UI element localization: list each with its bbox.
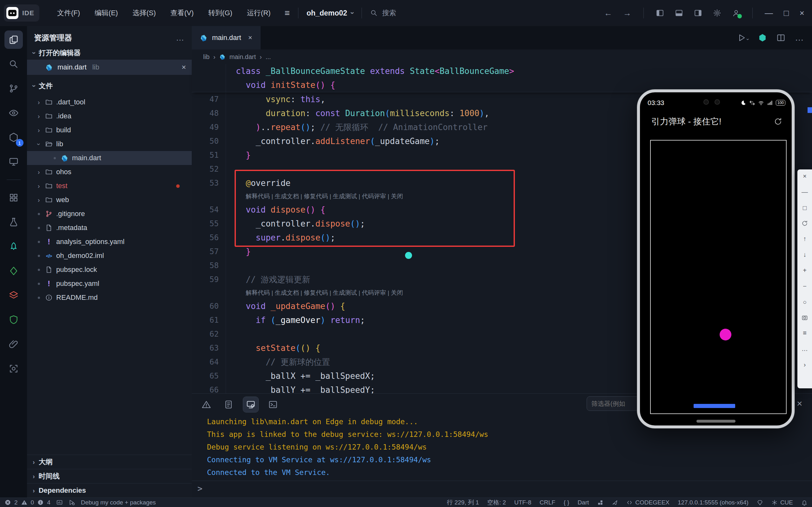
emulator-zoom-out-icon[interactable]: − (803, 283, 807, 290)
emulator-arrow-up-icon[interactable]: ↑ (803, 235, 806, 242)
tree-item-pubspec.yaml[interactable]: !pubspec.yaml (27, 277, 192, 291)
emulator-screenshot-icon[interactable] (802, 315, 808, 321)
chevron-collapsed-icon[interactable]: › (34, 113, 44, 120)
sticky-line-0[interactable]: class _BallBounceGameState extends State… (192, 64, 812, 78)
activity-deploy-rocket-icon[interactable] (4, 237, 23, 256)
activity-device-monitor-icon[interactable] (4, 153, 23, 171)
emulator-minimize-icon[interactable]: — (802, 188, 808, 196)
tree-item-analysis_options.yaml[interactable]: !analysis_options.yaml (27, 235, 192, 249)
sidebar-section-Dependencies[interactable]: ›Dependencies (27, 483, 192, 498)
menu-item-3[interactable]: 查看(V) (170, 8, 194, 18)
panel-terminal-icon[interactable] (265, 397, 281, 412)
debug-config-label[interactable]: Debug my code + packages (81, 499, 156, 506)
chevron-expanded-icon[interactable]: › (35, 139, 43, 149)
chevron-collapsed-icon[interactable]: › (34, 168, 44, 176)
console-prompt[interactable]: > (198, 484, 203, 493)
status-item-CRLF[interactable]: CRLF (540, 499, 555, 506)
panel-log-icon[interactable] (221, 397, 236, 412)
account-icon[interactable] (732, 9, 740, 17)
emulator-menu-icon[interactable]: ≡ (803, 329, 807, 337)
more-actions-icon[interactable]: … (176, 33, 185, 43)
console-filter-input[interactable] (587, 396, 641, 411)
chevron-collapsed-icon[interactable]: › (34, 127, 44, 134)
nav-back-icon[interactable]: ← (604, 8, 612, 18)
status-item-UTF-8[interactable]: UTF-8 (514, 499, 531, 506)
tree-item-web[interactable]: ›web (27, 193, 192, 207)
emulator-rotate-icon[interactable] (802, 220, 808, 227)
errors-count[interactable]: 2 (14, 499, 18, 506)
toggle-sidebar-icon[interactable] (656, 9, 664, 17)
emulator-zoom-in-icon[interactable]: + (803, 267, 807, 274)
window-close-button[interactable]: × (800, 8, 804, 18)
status-item-127-0-0-1-5555-ohos-[interactable]: 127.0.0.1:5555 (ohos-x64) (678, 499, 749, 506)
menu-item-2[interactable]: 选择(S) (132, 8, 156, 18)
activity-source-control-icon[interactable] (4, 79, 23, 98)
status-item-bell[interactable] (801, 499, 808, 506)
tree-item-README.md[interactable]: README.md (27, 291, 192, 304)
warnings-count[interactable]: 0 (31, 499, 34, 506)
window-minimize-button[interactable]: — (765, 8, 773, 18)
tree-item-pubspec.lock[interactable]: pubspec.lock (27, 263, 192, 277)
panel-close-icon[interactable]: × (797, 398, 803, 409)
info-count[interactable]: 4 (47, 499, 50, 506)
status-item-origami[interactable] (612, 499, 618, 506)
breadcrumb-symbol[interactable]: ... (266, 53, 271, 61)
breadcrumb[interactable]: lib › main.dart › ... (192, 50, 812, 64)
inspector-hexagon-icon[interactable] (758, 33, 767, 42)
activity-security-shield-icon[interactable] (4, 311, 23, 329)
toggle-secondary-sidebar-icon[interactable] (694, 9, 702, 17)
window-maximize-button[interactable]: □ (784, 8, 789, 18)
game-paddle[interactable] (694, 404, 735, 408)
close-editor-icon[interactable]: × (181, 63, 186, 72)
emulator-more-icon[interactable]: … (802, 345, 808, 352)
status-item--[interactable]: { } (563, 499, 569, 506)
debug-launch-icon[interactable] (68, 499, 75, 506)
tree-item-oh_demo02.iml[interactable]: </>oh_demo02.iml (27, 249, 192, 263)
refresh-icon[interactable] (774, 117, 782, 126)
activity-files-explorer-icon[interactable] (4, 31, 23, 49)
run-selector-icon[interactable]: › (738, 33, 749, 42)
open-editors-section[interactable]: › 打开的编辑器 (27, 46, 192, 60)
split-editor-icon[interactable] (776, 33, 785, 42)
hamburger-menu-icon[interactable]: ≡ (284, 8, 289, 18)
global-search[interactable]: 搜索 (370, 8, 396, 18)
breadcrumb-lib[interactable]: lib (203, 53, 210, 61)
more-actions-icon[interactable]: … (795, 33, 804, 43)
tab-main-dart[interactable]: main.dart × (192, 26, 261, 50)
emulator-circle-icon[interactable]: ○ (803, 298, 807, 306)
open-editor-item-main-dart[interactable]: main.dart lib × (27, 60, 192, 75)
sticky-scroll-header[interactable]: class _BallBounceGameState extends State… (192, 64, 812, 92)
chevron-collapsed-icon[interactable]: › (34, 99, 44, 106)
activity-preview-eye-icon[interactable] (4, 104, 23, 122)
phone-emulator-window[interactable]: 03:33 100 引力弹球 - 接住它! (637, 90, 795, 428)
tab-close-icon[interactable]: × (248, 34, 252, 42)
sidebar-section-时间线[interactable]: ›时间线 (27, 469, 192, 483)
menu-item-5[interactable]: 运行(R) (247, 8, 271, 18)
toggle-panel-icon[interactable] (675, 9, 683, 17)
activity-apps-grid-icon[interactable] (4, 188, 23, 207)
tree-item-.gitignore[interactable]: .gitignore (27, 207, 192, 221)
tree-item-.idea[interactable]: ›.idea (27, 109, 192, 123)
tree-item-build[interactable]: ›build (27, 123, 192, 137)
chevron-collapsed-icon[interactable]: › (34, 196, 44, 204)
activity-test-flask-icon[interactable] (4, 213, 23, 231)
chevron-collapsed-icon[interactable]: › (34, 182, 44, 190)
info-icon[interactable] (37, 499, 44, 506)
project-switcher[interactable]: oh_demo02 › (307, 9, 353, 17)
tree-item-.metadata[interactable]: .metadata (27, 221, 192, 235)
activity-sdk-diamond-icon[interactable] (4, 262, 23, 280)
emulator-next-icon[interactable]: › (804, 361, 806, 369)
sidebar-section-大纲[interactable]: ›大纲 (27, 455, 192, 469)
menu-item-1[interactable]: 编辑(E) (95, 8, 118, 18)
activity-code-scan-icon[interactable] (4, 359, 23, 378)
activity-search-icon[interactable] (4, 55, 23, 73)
status-item-CUE[interactable]: CUE (771, 499, 793, 506)
status-item-gem[interactable] (757, 499, 763, 506)
ports-icon[interactable] (56, 499, 63, 506)
emulator-close-icon[interactable]: × (803, 173, 807, 180)
settings-gear-icon[interactable] (713, 9, 721, 17)
status-item-行-229-列-1[interactable]: 行 229, 列 1 (447, 498, 479, 507)
emulator-window-icon[interactable]: □ (803, 204, 807, 212)
app-logo[interactable]: IDE (4, 4, 39, 21)
activity-profiler-layers-icon[interactable] (4, 286, 23, 304)
